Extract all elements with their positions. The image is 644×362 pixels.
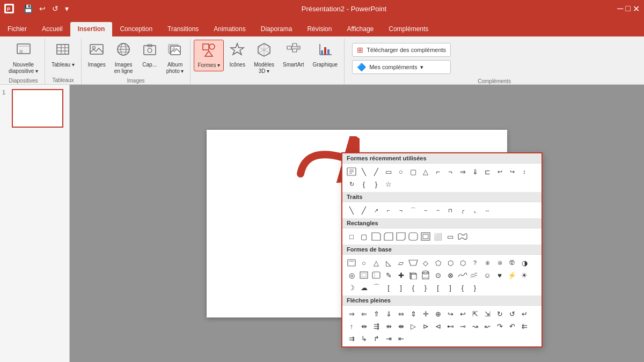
fdb-sun[interactable]: ☀ (518, 269, 530, 281)
tab-complements[interactable]: Compléments (381, 22, 436, 36)
mes-complements-button[interactable]: 🔷 Mes compléments ▾ (352, 60, 451, 74)
shape-connector3[interactable]: ⌒ (407, 204, 419, 216)
fdb-pie[interactable]: ◑ (518, 257, 530, 269)
fdb-rt-triangle[interactable]: ◺ (383, 257, 394, 269)
graphique-button[interactable]: Graphique (309, 40, 341, 70)
shape-triangle[interactable]: △ (420, 166, 431, 178)
fdb-cylinder[interactable] (420, 269, 431, 281)
fp-4way[interactable]: ✛ (420, 308, 431, 320)
fp-down[interactable]: ⇓ (383, 308, 394, 320)
images-button[interactable]: Images (85, 40, 109, 70)
fdb-smiley[interactable]: ☺ (481, 269, 493, 281)
fdb-cube[interactable] (407, 269, 419, 281)
shape-star5[interactable]: ☆ (383, 178, 394, 190)
fp-curved-l[interactable]: ↩ (457, 308, 469, 320)
tab-insertion[interactable]: Insertion (70, 22, 113, 36)
fdb-hexagon[interactable]: ⬡ (444, 257, 456, 269)
shape-line1[interactable]: ╲ (346, 204, 357, 216)
fdb-bracket1[interactable]: [ (383, 282, 394, 293)
fdb-wave[interactable] (457, 269, 469, 281)
fp-wave-r[interactable]: ↝ (469, 320, 481, 332)
close-button[interactable]: ✕ (633, 4, 640, 14)
shape-scroll[interactable]: ↕ (518, 166, 530, 178)
fp-arrow-box[interactable]: ⊷ (444, 320, 456, 332)
fp-bend-tl[interactable]: ⇱ (469, 308, 481, 320)
fp-lr[interactable]: ⇔ (395, 308, 407, 320)
fdb-lightning[interactable]: ⚡ (506, 269, 518, 281)
fdb-bracket3[interactable]: [ (432, 282, 444, 293)
fdb-heart[interactable]: ♥ (494, 269, 506, 281)
shape-connector6[interactable]: ⊓ (444, 204, 456, 216)
fp-split[interactable]: ⇤ (395, 333, 407, 344)
images-en-ligne-button[interactable]: Imagesen ligne (111, 40, 136, 77)
shape-arrow-down[interactable]: ⇓ (469, 166, 481, 178)
fp-arrow-box2[interactable]: ⊸ (457, 320, 469, 332)
fp-triple-r[interactable]: ⇼ (395, 320, 407, 332)
shape-right-angle1[interactable]: ⌐ (432, 166, 444, 178)
fp-ud[interactable]: ⇕ (407, 308, 419, 320)
fdb-bracket2[interactable]: ] (395, 282, 407, 293)
fdb-circle-empty[interactable]: ⊙ (432, 269, 444, 281)
telecharger-complements-button[interactable]: ⊞ Télécharger des compléments (352, 43, 451, 57)
fdb-brace1[interactable]: { (407, 282, 419, 293)
fp-4way-curved[interactable]: ⊕ (432, 308, 444, 320)
minimize-button[interactable]: ─ (617, 4, 623, 14)
fdb-pentagon[interactable]: ⬠ (432, 257, 444, 269)
tab-fichier[interactable]: Fichier (0, 22, 34, 36)
shape-rect-frame[interactable] (420, 231, 431, 242)
shape-brace2[interactable]: } (370, 178, 382, 190)
fp-curved-r[interactable]: ↪ (444, 308, 456, 320)
fp-bent-u[interactable]: ↑ (346, 320, 357, 332)
fdb-moon[interactable]: ☽ (346, 282, 357, 293)
tab-conception[interactable]: Conception (112, 22, 160, 36)
fdb-rect2[interactable] (370, 269, 382, 281)
slide-thumb-1[interactable] (12, 89, 63, 128)
fp-chevron-r[interactable]: ▷ (407, 320, 419, 332)
shape-oval[interactable]: ○ (395, 166, 407, 178)
shape-callout[interactable]: ⊏ (481, 166, 493, 178)
shape-connector2[interactable]: ¬ (395, 204, 407, 216)
modeles-3d-button[interactable]: Modèles3D ▾ (251, 40, 277, 77)
album-photo-button[interactable]: Albumphoto ▾ (163, 40, 187, 77)
shape-line-diag1[interactable]: ╲ (358, 166, 370, 178)
fdb-brace3[interactable]: { (457, 282, 469, 293)
fp-spiral-r[interactable]: ↷ (494, 320, 506, 332)
customize-button[interactable]: ▾ (63, 3, 71, 14)
shape-connector5[interactable]: ⌢ (432, 204, 444, 216)
fdb-double-wave[interactable] (469, 269, 481, 281)
fp-right[interactable]: ⇒ (346, 308, 357, 320)
shape-arrow-right[interactable]: ⇒ (457, 166, 469, 178)
shape-rect-round2[interactable] (407, 231, 419, 242)
tab-diaporama[interactable]: Diaporama (253, 22, 300, 36)
shape-line-diag2[interactable]: ╱ (370, 166, 382, 178)
fdb-triangle[interactable]: △ (370, 257, 382, 269)
tableau-button[interactable]: Tableau ▾ (48, 40, 78, 70)
fp-double-f[interactable]: ⇉ (346, 333, 357, 344)
shape-rect-wide[interactable]: ▭ (444, 231, 456, 242)
undo-button[interactable]: ↩ (37, 3, 48, 14)
tab-transitions[interactable]: Transitions (160, 22, 206, 36)
fp-wave-l[interactable]: ↜ (481, 320, 493, 332)
fdb-trapezoid[interactable] (407, 257, 419, 269)
shape-curved-arrow1[interactable]: ↩ (494, 166, 506, 178)
fdb-circle8[interactable]: ⑧ (481, 257, 493, 269)
fp-turn-l[interactable]: ↺ (506, 308, 518, 320)
maximize-button[interactable]: □ (625, 4, 631, 14)
fp-corner[interactable]: ↳ (358, 333, 370, 344)
shape-rect-snip1[interactable] (370, 231, 382, 242)
fp-spiral-l[interactable]: ↶ (506, 320, 518, 332)
fdb-cross[interactable]: ✚ (395, 269, 407, 281)
fdb-arc[interactable]: ⌒ (370, 282, 382, 293)
fp-double-r[interactable]: ⇻ (383, 320, 394, 332)
fp-rect-arrow[interactable]: ⊲ (432, 320, 444, 332)
fdb-heptagon[interactable]: ⬡ (457, 257, 469, 269)
fp-bent-d[interactable]: ↵ (518, 308, 530, 320)
icones-button[interactable]: Icônes (226, 40, 248, 70)
fdb-cloud[interactable]: ☁ (358, 282, 370, 293)
fdb-frame[interactable] (358, 269, 370, 281)
fdb-pencil[interactable]: ✎ (383, 269, 394, 281)
fdb-textbox[interactable] (346, 257, 357, 269)
shape-line2[interactable]: ╱ (358, 204, 370, 216)
tab-accueil[interactable]: Accueil (34, 22, 70, 36)
fdb-oval[interactable]: ○ (358, 257, 370, 269)
